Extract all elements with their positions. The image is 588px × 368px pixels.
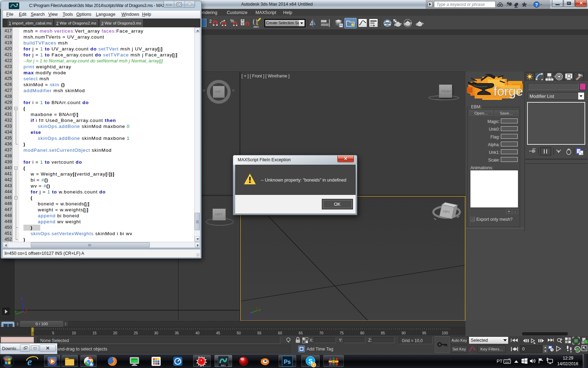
svg-text:z: z — [21, 297, 23, 300]
svg-text:z: z — [248, 313, 250, 316]
svg-text:7: 7 — [313, 363, 314, 367]
svg-text:Ps: Ps — [284, 359, 291, 365]
svg-text:ABC: ABC — [253, 25, 259, 28]
svg-text:?: ? — [535, 2, 538, 7]
svg-text:y: y — [15, 309, 16, 313]
svg-text:y: y — [259, 308, 261, 312]
svg-text:MAX: MAX — [221, 364, 226, 367]
svg-text:x: x — [26, 308, 27, 312]
svg-text:forge: forge — [493, 84, 523, 98]
svg-text:2: 2 — [209, 19, 212, 24]
svg-text:y: y — [255, 306, 257, 309]
